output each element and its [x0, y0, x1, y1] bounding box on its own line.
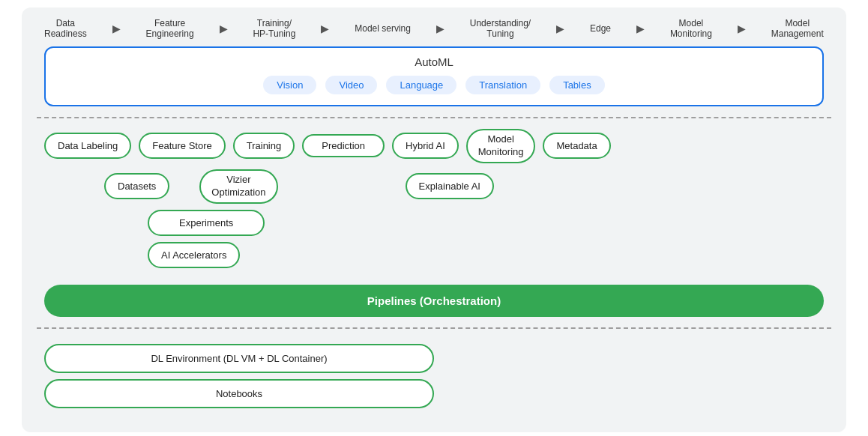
- pill-datasets: Datasets: [104, 173, 169, 199]
- pipelines-bar: Pipelines (Orchestration): [44, 285, 824, 317]
- services-section: Data Labeling Feature Store Training Pre…: [37, 126, 831, 277]
- pill-metadata: Metadata: [543, 133, 610, 159]
- divider-1: [37, 117, 831, 118]
- automl-title: AutoML: [58, 55, 810, 68]
- chip-translation: Translation: [465, 76, 540, 94]
- divider-2: [37, 327, 831, 329]
- pill-data-labeling: Data Labeling: [44, 133, 131, 159]
- services-row-2: Datasets Vizier Optimization Explainable…: [104, 169, 824, 204]
- step-model-management: Model Management: [771, 18, 824, 39]
- arrow-1: ▶: [112, 22, 121, 34]
- arrow-6: ▶: [636, 22, 645, 34]
- bottom-section: DL Environment (DL VM + DL Container) No…: [44, 336, 824, 417]
- chip-video: Video: [325, 76, 377, 94]
- arrow-5: ▶: [556, 22, 564, 34]
- step-understanding: Understanding/ Tuning: [470, 18, 531, 39]
- automl-chips: Vision Video Language Translation Tables: [58, 76, 810, 94]
- chip-vision: Vision: [263, 76, 316, 94]
- pill-ai-accelerators: AI Accelerators: [148, 242, 240, 268]
- pill-model-monitoring: Model Monitoring: [466, 129, 536, 163]
- chip-tables: Tables: [549, 76, 605, 94]
- step-feature-engineering: Feature Engineering: [146, 18, 194, 39]
- pill-dl-environment: DL Environment (DL VM + DL Container): [44, 344, 434, 373]
- arrow-7: ▶: [738, 22, 746, 34]
- arrow-3: ▶: [321, 22, 329, 34]
- services-row-3: Experiments: [148, 210, 824, 236]
- pill-notebooks: Notebooks: [44, 379, 434, 408]
- step-model-monitoring: Model Monitoring: [670, 18, 712, 39]
- pill-feature-store: Feature Store: [139, 133, 226, 159]
- pill-training: Training: [233, 133, 295, 159]
- pipeline-header: Data Readiness ▶ Feature Engineering ▶ T…: [37, 7, 831, 39]
- pill-prediction: Prediction: [302, 134, 385, 157]
- pill-experiments: Experiments: [148, 210, 265, 236]
- all-services: Data Labeling Feature Store Training Pre…: [44, 126, 824, 277]
- arrow-2: ▶: [220, 22, 228, 34]
- step-training: Training/ HP-Tuning: [253, 18, 295, 39]
- services-row-1: Data Labeling Feature Store Training Pre…: [44, 129, 824, 163]
- step-data-readiness: Data Readiness: [44, 18, 87, 39]
- pill-explainable-ai: Explainable AI: [406, 173, 494, 199]
- pill-vizier: Vizier Optimization: [199, 169, 277, 204]
- chip-language: Language: [386, 76, 456, 94]
- automl-section: AutoML Vision Video Language Translation…: [44, 46, 824, 106]
- diagram-container: Data Readiness ▶ Feature Engineering ▶ T…: [22, 7, 846, 432]
- services-row-4: AI Accelerators: [148, 242, 824, 268]
- step-model-serving: Model serving: [355, 23, 411, 34]
- step-edge: Edge: [590, 23, 611, 34]
- pill-hybrid-ai: Hybrid AI: [392, 133, 459, 159]
- arrow-4: ▶: [436, 22, 444, 34]
